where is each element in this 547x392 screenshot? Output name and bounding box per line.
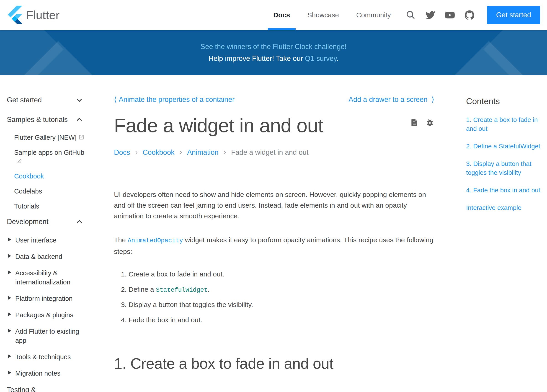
brand-name: Flutter <box>26 8 60 22</box>
github-icon[interactable] <box>465 10 474 20</box>
prev-next-pager: Animate the properties of a container Ad… <box>114 95 434 104</box>
sidebar-item-sample-apps-github[interactable]: Sample apps on GitHub <box>14 148 86 165</box>
step-item: Display a button that toggles the visibi… <box>129 299 434 311</box>
step-item: Create a box to fade in and out. <box>129 269 434 280</box>
triangle-right-icon <box>8 296 11 300</box>
triangle-right-icon <box>8 270 11 275</box>
triangle-right-icon <box>8 254 11 258</box>
triangle-right-icon <box>8 371 11 375</box>
toc-link-display-button[interactable]: 3. Display a button that toggles the vis… <box>466 159 541 177</box>
chevron-up-icon <box>75 116 83 124</box>
sidebar-sublist-samples: Flutter Gallery [NEW] Sample apps on Git… <box>14 133 88 211</box>
prev-page-link[interactable]: Animate the properties of a container <box>114 95 234 104</box>
sidebar-item-codelabs[interactable]: Codelabs <box>14 187 86 196</box>
get-started-button[interactable]: Get started <box>487 6 540 24</box>
toc-link-fade-box[interactable]: 4. Fade the box in and out <box>466 186 541 195</box>
page-actions <box>410 118 434 127</box>
sidebar-item-platform-integration[interactable]: Platform integration <box>8 294 88 303</box>
breadcrumb-link-docs[interactable]: Docs <box>114 148 130 157</box>
article: Animate the properties of a container Ad… <box>114 75 434 392</box>
banner-survey-suffix: . <box>337 55 339 62</box>
triangle-right-icon <box>8 354 11 358</box>
sidebar-item-migration-notes[interactable]: Migration notes <box>8 369 88 378</box>
section-heading: 1. Create a box to fade in and out <box>114 355 434 372</box>
sidebar-item-tools-techniques[interactable]: Tools & techniques <box>8 352 88 361</box>
chevron-down-icon <box>75 96 83 104</box>
page-title: Fade a widget in and out <box>114 113 323 138</box>
breadcrumb-link-animation[interactable]: Animation <box>187 148 219 157</box>
triangle-right-icon <box>8 312 11 316</box>
sidebar-item-tutorials[interactable]: Tutorials <box>14 202 86 211</box>
document-icon[interactable] <box>410 118 419 127</box>
sidebar-section-samples-tutorials[interactable]: Samples & tutorials <box>7 115 88 124</box>
flutter-logo[interactable]: Flutter <box>8 6 60 25</box>
docs-sidebar: Get started Samples & tutorials Flutter … <box>0 75 93 392</box>
breadcrumb-link-cookbook[interactable]: Cookbook <box>143 148 175 157</box>
steps-list: Create a box to fade in and out. Define … <box>129 269 434 326</box>
sidebar-item-accessibility[interactable]: Accessibility & internationalization <box>8 268 88 287</box>
next-page-link[interactable]: Add a drawer to a screen <box>349 95 434 104</box>
search-icon[interactable] <box>406 10 416 20</box>
primary-nav: Docs Showcase Community <box>265 0 399 30</box>
contents-rail: Contents 1. Create a box to fade in and … <box>466 75 547 392</box>
banner-clock-challenge-link[interactable]: See the winners of the Flutter Clock cha… <box>200 43 346 51</box>
chevron-right-icon <box>135 147 138 156</box>
step-item: Define a StatefulWidget. <box>129 284 434 296</box>
navbar-icons <box>406 10 474 20</box>
external-link-icon <box>78 134 84 139</box>
toc-link-create-box[interactable]: 1. Create a box to fade in and out <box>466 115 541 133</box>
banner-survey-prefix: Help improve Flutter! Take our <box>209 55 305 62</box>
animated-opacity-code-link[interactable]: AnimatedOpacity <box>128 237 183 244</box>
toc-link-interactive-example[interactable]: Interactive example <box>466 203 541 212</box>
recipe-paragraph: The AnimatedOpacity widget makes it easy… <box>114 234 434 257</box>
sidebar-section-development[interactable]: Development <box>7 217 88 227</box>
chevron-right-icon <box>180 147 182 156</box>
top-navbar: Flutter Docs Showcase Community Get star… <box>0 0 547 30</box>
banner-survey-line: Help improve Flutter! Take our Q1 survey… <box>209 55 339 63</box>
sidebar-expandlist-development: User interface Data & backend Accessibil… <box>8 236 88 378</box>
chevron-up-icon <box>75 218 83 226</box>
intro-paragraph: UI developers often need to show and hid… <box>114 189 434 221</box>
youtube-icon[interactable] <box>445 10 455 20</box>
triangle-right-icon <box>8 237 11 241</box>
sidebar-item-user-interface[interactable]: User interface <box>8 236 88 245</box>
breadcrumb-current: Fade a widget in and out <box>231 148 309 157</box>
sidebar-section-testing-debugging[interactable]: Testing & debugging <box>7 385 88 392</box>
sidebar-section-get-started[interactable]: Get started <box>7 95 88 105</box>
nav-tab-showcase[interactable]: Showcase <box>299 0 348 30</box>
toc-link-define-statefulwidget[interactable]: 2. Define a StatefulWidget <box>466 142 541 151</box>
step-item: Fade the box in and out. <box>129 315 434 326</box>
sidebar-item-cookbook[interactable]: Cookbook <box>14 172 86 180</box>
breadcrumb: Docs Cookbook Animation Fade a widget in… <box>114 148 434 157</box>
contents-heading: Contents <box>466 97 547 106</box>
flutter-logo-icon <box>8 6 22 25</box>
external-link-icon <box>16 157 22 163</box>
chevron-right-icon <box>224 147 226 156</box>
nav-tab-docs[interactable]: Docs <box>265 0 299 30</box>
sidebar-item-flutter-gallery[interactable]: Flutter Gallery [NEW] <box>14 133 86 142</box>
banner-survey-link[interactable]: Q1 survey <box>305 55 337 62</box>
bug-icon[interactable] <box>425 118 434 127</box>
sidebar-item-packages-plugins[interactable]: Packages & plugins <box>8 310 88 320</box>
sidebar-item-add-flutter-existing-app[interactable]: Add Flutter to existing app <box>8 327 88 345</box>
sidebar-item-data-backend[interactable]: Data & backend <box>8 252 88 261</box>
nav-tab-community[interactable]: Community <box>348 0 400 30</box>
announcement-banner: See the winners of the Flutter Clock cha… <box>0 30 547 75</box>
triangle-right-icon <box>8 329 11 333</box>
main-area: Animate the properties of a container Ad… <box>93 75 547 392</box>
twitter-icon[interactable] <box>425 10 435 20</box>
